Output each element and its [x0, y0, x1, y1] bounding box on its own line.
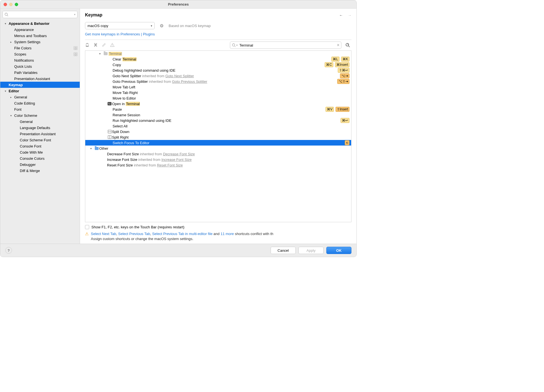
inherited-link[interactable]: Decrease Font Size [163, 152, 195, 156]
inherited-link[interactable]: Goto Next Splitter [165, 74, 194, 78]
conflict-link[interactable]: Select Next Tab [91, 232, 116, 236]
action-open-in-terminal[interactable]: Open in Terminal [85, 101, 351, 107]
action-split-down[interactable]: Split Down [85, 129, 351, 134]
action-move-to-editor[interactable]: Move to Editor [85, 95, 351, 101]
sidebar-item-code-with-me[interactable]: Code With Me [0, 149, 80, 155]
chevron-right-icon: ▸ [10, 96, 14, 99]
chevron-down-icon[interactable]: ▾ [236, 44, 238, 47]
sidebar-item-code-editing[interactable]: Code Editing [0, 100, 80, 106]
sidebar-item-notifications[interactable]: Notifications [0, 57, 80, 63]
collapse-all-icon[interactable] [93, 43, 98, 48]
chevron-down-icon: ▾ [5, 89, 9, 93]
sidebar-item-console-font[interactable]: Console Font [0, 143, 80, 149]
sidebar-item-presentation-assistant[interactable]: Presentation Assistant [0, 76, 80, 82]
inherited-link[interactable]: Reset Font Size [157, 163, 183, 167]
folder-icon [103, 52, 108, 55]
sidebar-item-editor[interactable]: ▾Editor [0, 88, 80, 94]
inherited-link[interactable]: Goto Previous Splitter [172, 79, 207, 84]
sidebar-item-menus-and-toolbars[interactable]: Menus and Toolbars [0, 33, 80, 39]
keymap-action-list[interactable]: ▾ Terminal Clear Terminal ⌘L⌘K Copy ⌘C⌘I… [85, 50, 351, 222]
action-select-all[interactable]: Select All [85, 123, 351, 129]
action-move-tab-left[interactable]: Move Tab Left [85, 84, 351, 90]
touchbar-checkbox-row[interactable]: Show F1, F2, etc. keys on the Touch Bar … [85, 224, 351, 230]
action-split-right[interactable]: Split Right [85, 134, 351, 140]
svg-line-7 [348, 46, 350, 47]
sidebar-item-label: Console Font [20, 144, 41, 148]
action-decrease-font-size[interactable]: Decrease Font Size inherited from Decrea… [85, 151, 351, 157]
action-reset-font-size[interactable]: Reset Font Size inherited from Reset Fon… [85, 162, 351, 168]
sidebar-item-label: File Colors [14, 46, 31, 50]
sidebar-item-console-colors[interactable]: Console Colors [0, 155, 80, 161]
folder-icon [94, 147, 99, 150]
conflict-filter-icon[interactable] [110, 43, 115, 48]
find-by-shortcut-button[interactable] [344, 42, 351, 49]
action-paste[interactable]: Paste ⌘V⇧Insert [85, 107, 351, 112]
based-on-label: Based on macOS keymap [169, 24, 211, 28]
conflict-link[interactable]: Select Previous Tab in multi-editor file [152, 232, 213, 236]
scheme-value: macOS copy [88, 24, 108, 28]
inherited-link[interactable]: Increase Font Size [161, 158, 191, 162]
group-terminal[interactable]: ▾ Terminal [85, 51, 351, 56]
sidebar-tree[interactable]: ▾Appearance & BehaviorAppearanceMenus an… [0, 20, 80, 244]
sidebar-search-input[interactable] [8, 13, 74, 17]
gear-icon[interactable]: ⚙︎ [160, 23, 164, 28]
sidebar-item-general[interactable]: ▸General [0, 94, 80, 100]
keymap-scheme-select[interactable]: macOS copy ▾ [85, 22, 155, 29]
cancel-button[interactable]: Cancel [271, 247, 296, 254]
sidebar-item-quick-lists[interactable]: Quick Lists [0, 63, 80, 69]
sidebar-item-label: Color Scheme [14, 113, 37, 118]
sidebar-search-wrap: ▾ [0, 9, 80, 20]
action-run-command[interactable]: Run highlighted command using IDE ⌘↩ [85, 118, 351, 123]
sidebar-item-font[interactable]: Font [0, 106, 80, 112]
sidebar-item-appearance-behavior[interactable]: ▾Appearance & Behavior [0, 20, 80, 26]
help-button[interactable]: ? [5, 247, 12, 254]
sidebar-item-debugger[interactable]: Debugger [0, 161, 80, 168]
keymap-search[interactable]: ▾ × [230, 42, 341, 49]
sidebar-search[interactable]: ▾ [3, 11, 77, 18]
sidebar-item-scopes[interactable]: Scopes⊡ [0, 51, 80, 57]
warning-icon: ⚠ [85, 231, 89, 236]
keymap-search-input[interactable] [238, 43, 335, 47]
sidebar-item-color-scheme-font[interactable]: Color Scheme Font [0, 137, 80, 143]
search-icon [232, 43, 236, 47]
sidebar-item-label: Appearance & Behavior [9, 21, 50, 26]
expand-all-icon[interactable] [85, 43, 89, 48]
clear-search-icon[interactable]: × [335, 43, 339, 48]
chevron-down-icon[interactable]: ▾ [74, 13, 76, 16]
terminal-icon [107, 102, 112, 105]
action-clear-terminal[interactable]: Clear Terminal ⌘L⌘K [85, 56, 351, 62]
get-more-keymaps-link[interactable]: Get more keymaps in Preferences | Plugin… [85, 32, 155, 36]
sidebar-item-color-scheme[interactable]: ▾Color Scheme [0, 112, 80, 118]
sidebar-item-general[interactable]: General [0, 118, 80, 125]
action-copy[interactable]: Copy ⌘C⌘Insert [85, 62, 351, 67]
main-panel: Keymap ← → macOS copy ▾ ⚙︎ Based on macO… [80, 9, 356, 244]
sidebar-item-appearance[interactable]: Appearance [0, 26, 80, 33]
action-goto-previous-splitter[interactable]: Goto Previous Splitter inherited from Go… [85, 79, 351, 84]
action-rename-session[interactable]: Rename Session [85, 112, 351, 118]
sidebar-item-presentation-assistant[interactable]: Presentation Assistant [0, 131, 80, 137]
action-increase-font-size[interactable]: Increase Font Size inherited from Increa… [85, 157, 351, 162]
edit-shortcut-icon[interactable] [102, 43, 106, 48]
action-goto-next-splitter[interactable]: Goto Next Splitter inherited from Goto N… [85, 73, 351, 79]
ok-button[interactable]: OK [326, 247, 351, 254]
sidebar-item-path-variables[interactable]: Path Variables [0, 69, 80, 76]
action-debug-command[interactable]: Debug highlighted command using IDE ⇧⌘↩ [85, 67, 351, 73]
sidebar-item-diff-merge[interactable]: Diff & Merge [0, 168, 80, 174]
footer: ? Cancel Apply OK [0, 244, 356, 257]
action-switch-focus-to-editor[interactable]: Switch Focus To Editor ⎋ [85, 140, 351, 146]
sidebar-item-language-defaults[interactable]: Language Defaults [0, 125, 80, 131]
sidebar-item-file-colors[interactable]: File Colors⊡ [0, 45, 80, 51]
sidebar-item-keymap[interactable]: Keymap [0, 82, 80, 88]
group-other[interactable]: ▾ Other [85, 146, 351, 151]
sidebar-item-system-settings[interactable]: ▸System Settings [0, 39, 80, 45]
conflict-link[interactable]: 11 more [220, 232, 234, 236]
back-button[interactable]: ← [339, 13, 343, 17]
page-title: Keymap [85, 13, 102, 18]
nav-arrows: ← → [339, 13, 351, 17]
titlebar: Preferences [0, 0, 356, 9]
conflict-link[interactable]: Select Previous Tab [118, 232, 150, 236]
touchbar-checkbox-label: Show F1, F2, etc. keys on the Touch Bar … [91, 225, 184, 229]
shortcut-badge: ⌘C [325, 62, 333, 67]
action-move-tab-right[interactable]: Move Tab Right [85, 90, 351, 95]
checkbox[interactable] [85, 225, 89, 229]
